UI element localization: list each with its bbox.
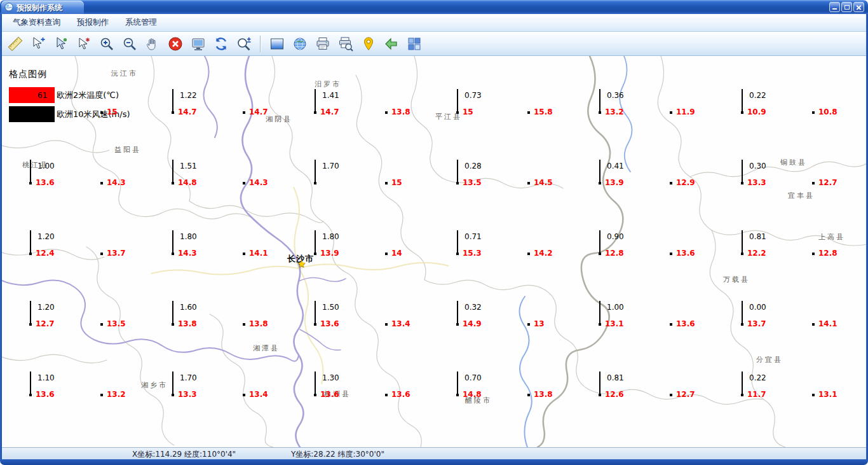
grid-point-dot: [243, 253, 245, 255]
wind-speed-value: 0.73: [465, 91, 482, 100]
temperature-value: 15: [463, 108, 473, 116]
globe-icon: [292, 36, 308, 52]
temperature-value: 13.4: [249, 390, 268, 399]
app-window: 预报制作系统 气象资料查询 预报制作 系统管理: [0, 0, 868, 465]
select-rotate-tool-button[interactable]: [74, 34, 93, 53]
placemark-tool-button[interactable]: [359, 34, 378, 53]
temperature-value: 13.7: [747, 319, 766, 328]
temperature-value: 14.9: [463, 319, 482, 328]
print-tool-button[interactable]: [313, 34, 332, 53]
temperature-value: 13.1: [605, 319, 624, 328]
pan-tool-button[interactable]: [143, 34, 162, 53]
temperature-value: 13.6: [676, 249, 695, 258]
grid-point-dot: [670, 394, 672, 396]
temperature-value: 13.8: [249, 319, 268, 328]
temperature-value: 13.6: [676, 319, 695, 328]
temperature-value: 13.8: [534, 390, 553, 399]
wind-speed-value: 0.28: [465, 162, 482, 170]
wind-barb: [315, 230, 316, 254]
wind-speed-value: 0.71: [465, 232, 482, 241]
wind-barb: [599, 230, 600, 254]
temperature-value: 15.3: [463, 249, 482, 258]
temperature-value: 15.8: [534, 108, 553, 116]
wind-barb: [172, 230, 173, 254]
toolbar: [2, 32, 866, 56]
window-frame-bottom: [0, 459, 868, 465]
menu-weather-data-query[interactable]: 气象资料查询: [4, 14, 69, 31]
toolbar-separator: [260, 36, 261, 52]
zoom-out-tool-button[interactable]: [120, 34, 139, 53]
zoom-in-tool-button[interactable]: [97, 34, 116, 53]
grid-point-dot: [100, 253, 103, 255]
temperature-value: 15: [107, 108, 118, 116]
cancel-icon: [168, 36, 183, 52]
wind-barb: [172, 371, 173, 395]
wind-speed-value: 1.50: [322, 303, 339, 312]
map-place-label: 分宜县: [756, 355, 783, 364]
wind-barb: [30, 160, 31, 183]
wind-speed-value: 0.22: [749, 373, 766, 382]
wind-speed-value: 1.51: [180, 162, 197, 170]
wind-speed-value: 0.30: [749, 162, 766, 170]
grid-icon: [407, 36, 422, 52]
identify-zoom-tool-button[interactable]: [234, 34, 254, 53]
temperature-value: 13.9: [320, 249, 339, 258]
wind-speed-value: 0.41: [607, 162, 624, 170]
temperature-value: 14.3: [178, 249, 197, 258]
print-preview-icon: [338, 36, 353, 52]
grid-select-tool-button[interactable]: [405, 34, 424, 53]
grid-point-dot: [812, 394, 815, 396]
select-arrow-tool-button[interactable]: [51, 34, 71, 53]
refresh-tool-button[interactable]: [212, 34, 231, 53]
wind-speed-value: 0.00: [749, 303, 766, 312]
minimize-button[interactable]: [829, 2, 840, 12]
wind-speed-value: 0.36: [607, 91, 624, 100]
temperature-legend-swatch: [9, 87, 55, 103]
wind-barb: [457, 230, 458, 254]
wind-speed-value: 1.41: [322, 91, 339, 100]
temperature-value: 13.8: [178, 319, 197, 328]
map-base-layer: [0, 56, 868, 447]
menu-system-management[interactable]: 系统管理: [117, 14, 165, 31]
temperature-value: 12.9: [676, 178, 695, 187]
map-place-label: 湘潭县: [253, 344, 280, 353]
grid-point-dot: [100, 394, 103, 396]
globe-tool-button[interactable]: [290, 34, 309, 53]
wind-barb: [599, 301, 600, 324]
window-title: 预报制作系统: [17, 3, 62, 13]
grid-point-dot: [100, 182, 103, 184]
image-layer-tool-button[interactable]: [268, 34, 287, 53]
print-preview-tool-button[interactable]: [336, 34, 355, 53]
temperature-value: 13.6: [391, 390, 410, 399]
temperature-value: 12.7: [818, 178, 837, 187]
map-place-label: 万载县: [723, 275, 750, 284]
wind-speed-value: 1.80: [180, 232, 197, 241]
wind-barb: [30, 301, 31, 324]
map-canvas[interactable]: 格点图例 欧洲2米温度(℃) 欧洲10米风速(m/s) 沅江市汨罗市湘阴县平江县…: [0, 56, 868, 447]
magnifier-plus-minus-icon: [236, 36, 252, 52]
zoom-in-icon: [99, 36, 114, 52]
grid-point-dot: [812, 323, 815, 326]
wind-barb: [457, 301, 458, 324]
temperature-value: 12.4: [36, 249, 55, 258]
wind-barb: [457, 89, 458, 113]
refresh-icon: [214, 36, 229, 52]
status-bar: X坐标:114.29 经度:110°0'4" Y坐标:28.22 纬度:30°0…: [2, 447, 866, 459]
measure-tool-button[interactable]: [6, 34, 25, 53]
restore-button[interactable]: [841, 2, 852, 12]
delete-tool-button[interactable]: [166, 34, 185, 53]
cursor-plus-icon: [31, 36, 46, 52]
temperature-value: 14.3: [249, 178, 268, 187]
select-plus-tool-button[interactable]: [29, 34, 48, 53]
temperature-value: 13.6: [320, 319, 339, 328]
menu-bar: 气象资料查询 预报制作 系统管理: [2, 14, 866, 32]
wind-speed-value: 1.30: [322, 373, 339, 382]
wind-speed-value: 1.00: [607, 303, 624, 312]
temperature-value: 13.4: [391, 319, 410, 328]
close-button[interactable]: [853, 2, 864, 12]
back-tool-button[interactable]: [382, 34, 401, 53]
screenshot-tool-button[interactable]: [189, 34, 208, 53]
city-star-icon: ★: [297, 260, 306, 269]
wind-speed-value: 1.22: [180, 91, 197, 100]
menu-forecast-production[interactable]: 预报制作: [69, 14, 117, 31]
